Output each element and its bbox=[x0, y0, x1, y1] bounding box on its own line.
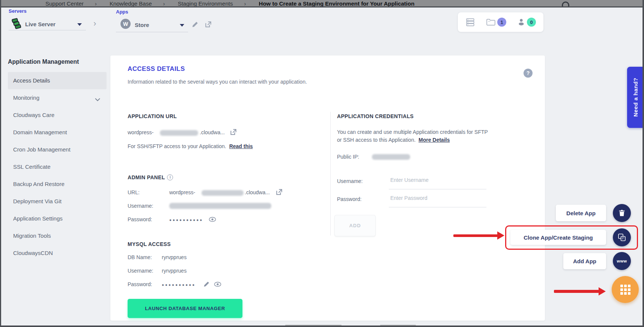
pencil-icon[interactable] bbox=[203, 281, 210, 289]
url-prefix: wordpress- bbox=[128, 129, 153, 135]
mysql-username-label: Username: bbox=[128, 268, 153, 274]
access-details-card: ACCESS DETAILS ? Information related to … bbox=[110, 56, 545, 321]
annotation-arrow-shaft bbox=[453, 234, 498, 237]
team-count-badge: 0 bbox=[527, 18, 536, 27]
sidebar-item-access-details[interactable]: Access Details bbox=[13, 77, 50, 84]
add-app-button[interactable]: Add App bbox=[563, 253, 606, 269]
chevron-down-icon[interactable] bbox=[180, 24, 184, 27]
chevron-down-icon[interactable] bbox=[77, 23, 82, 26]
username-input-underline bbox=[389, 189, 486, 189]
page-subtitle: Information related to the several ways … bbox=[128, 79, 307, 85]
eye-icon[interactable] bbox=[214, 282, 221, 288]
mysql-password-label: Password: bbox=[128, 281, 152, 287]
help-icon[interactable]: ? bbox=[524, 69, 533, 78]
sidebar-item-ssl-certificate[interactable]: SSL Certificate bbox=[13, 164, 51, 170]
clone-app-fab[interactable] bbox=[613, 228, 631, 246]
annotation-arrow-head bbox=[497, 231, 504, 240]
breadcrumb: Support Center› Knowledge Base› Staging … bbox=[1, 0, 644, 6]
clone-app-create-staging-button[interactable]: Clone App/Create Staging bbox=[510, 230, 606, 245]
add-credential-button[interactable]: ADD bbox=[334, 215, 376, 236]
sidebar-item-monitoring[interactable]: Monitoring bbox=[13, 94, 39, 101]
servers-label: Servers bbox=[9, 8, 27, 14]
column-divider bbox=[330, 112, 331, 236]
sidebar-item-domain-management[interactable]: Domain Management bbox=[13, 129, 67, 135]
password-input[interactable] bbox=[390, 195, 486, 201]
server-stack-icon[interactable] bbox=[465, 17, 475, 27]
admin-username-label: Username: bbox=[128, 203, 153, 209]
ssh-note-text: For SSH/SFTP access to your Application. bbox=[128, 143, 226, 149]
sidebar-item-backup-and-restore[interactable]: Backup And Restore bbox=[13, 181, 65, 187]
add-app-fab[interactable]: www bbox=[613, 252, 631, 270]
ssh-note: For SSH/SFTP access to your Application.… bbox=[128, 143, 253, 149]
admin-panel-heading-text: ADMIN PANEL bbox=[128, 174, 165, 180]
sidebar-item-cloudwayscdn[interactable]: CloudwaysCDN bbox=[13, 250, 53, 256]
public-ip-label: Public IP: bbox=[337, 154, 359, 160]
cut-off-text-fragment bbox=[380, 325, 416, 326]
redacted-admin-username bbox=[169, 203, 271, 209]
server-selector-underline bbox=[9, 30, 86, 30]
username-input[interactable] bbox=[390, 177, 486, 183]
user-icon bbox=[517, 18, 525, 26]
sidebar-item-migration-tools[interactable]: Migration Tools bbox=[13, 232, 51, 239]
credentials-desc-line1: You can create and use multiple Applicat… bbox=[337, 129, 488, 135]
password-input-underline bbox=[389, 207, 486, 207]
external-link-icon[interactable] bbox=[230, 128, 237, 137]
app-selector[interactable]: Store bbox=[135, 22, 149, 28]
info-icon[interactable]: i bbox=[167, 174, 173, 180]
sidebar-item-deployment-via-git[interactable]: Deployment Via Git bbox=[13, 198, 62, 204]
breadcrumb-item[interactable]: Staging Environments bbox=[178, 0, 233, 6]
apps-count[interactable]: 1 bbox=[486, 18, 506, 27]
application-credentials-heading: APPLICATION CREDENTIALS bbox=[337, 113, 414, 119]
sidebar-item-cloudways-care[interactable]: Cloudways Care bbox=[13, 112, 54, 118]
delete-app-button[interactable]: Delete App bbox=[556, 205, 606, 221]
mysql-access-heading: MYSQL ACCESS bbox=[128, 241, 171, 247]
edit-app-pencil-icon[interactable] bbox=[192, 21, 199, 29]
breadcrumb-item[interactable]: Knowledge Base bbox=[110, 0, 152, 6]
cut-off-text-fragment bbox=[285, 325, 342, 326]
sidebar-item-cron-job-management[interactable]: Cron Job Management bbox=[13, 146, 71, 153]
clone-icon bbox=[617, 233, 626, 242]
credentials-desc-text: or SSH access to this Application. bbox=[337, 137, 415, 143]
folder-icon bbox=[486, 18, 496, 26]
application-url-value: wordpress- bbox=[128, 129, 153, 135]
admin-url-suffix: .cloudwa... bbox=[245, 189, 270, 195]
mysql-password-mask: ●●●●●●●●●● bbox=[162, 283, 196, 287]
search-icon[interactable] bbox=[562, 2, 569, 6]
screenshot-top-border bbox=[1, 6, 644, 8]
team-count[interactable]: 0 bbox=[517, 18, 536, 27]
redacted-admin-url bbox=[202, 190, 244, 196]
external-link-icon[interactable] bbox=[275, 188, 283, 197]
annotation-arrow-shaft bbox=[554, 290, 599, 293]
breadcrumb-separator: › bbox=[95, 0, 97, 6]
www-icon: www bbox=[617, 259, 627, 263]
credentials-username-label: Username: bbox=[337, 178, 363, 184]
breadcrumb-item[interactable]: Support Center bbox=[45, 0, 84, 6]
admin-panel-heading: ADMIN PANELi bbox=[128, 174, 173, 180]
db-name-value: ryrvpprues bbox=[162, 254, 187, 260]
need-a-hand-tab[interactable]: Need a hand? bbox=[627, 67, 644, 128]
apps-label: Apps bbox=[116, 9, 128, 15]
sidebar-item-application-settings[interactable]: Application Settings bbox=[13, 215, 63, 222]
chevron-right-icon: › bbox=[93, 19, 96, 28]
server-selector[interactable]: Live Server bbox=[25, 21, 56, 27]
admin-password-label: Password: bbox=[128, 216, 152, 222]
launch-database-manager-button[interactable]: LAUNCH DATABASE MANAGER bbox=[128, 299, 242, 318]
more-details-link[interactable]: More Details bbox=[418, 137, 450, 143]
chevron-down-icon[interactable] bbox=[95, 96, 100, 103]
app-actions-fab[interactable] bbox=[612, 276, 639, 303]
redacted-url-part bbox=[160, 130, 198, 136]
db-name-label: DB Name: bbox=[128, 254, 152, 260]
credentials-password-label: Password: bbox=[337, 196, 361, 202]
read-this-link[interactable]: Read this bbox=[229, 143, 253, 149]
open-app-external-link-icon[interactable] bbox=[205, 21, 212, 30]
application-url-heading: APPLICATION URL bbox=[128, 113, 177, 119]
trash-icon bbox=[618, 209, 626, 217]
screenshot-frame: Support Center› Knowledge Base› Staging … bbox=[0, 0, 644, 327]
mysql-username-value: ryrvpprues bbox=[162, 268, 187, 274]
delete-app-fab[interactable] bbox=[613, 204, 631, 222]
eye-icon[interactable] bbox=[209, 217, 216, 224]
annotation-arrow-head bbox=[599, 287, 606, 296]
server-icon bbox=[11, 18, 21, 32]
admin-url-label: URL: bbox=[128, 189, 140, 195]
server-summary-card: 1 0 bbox=[458, 12, 543, 32]
